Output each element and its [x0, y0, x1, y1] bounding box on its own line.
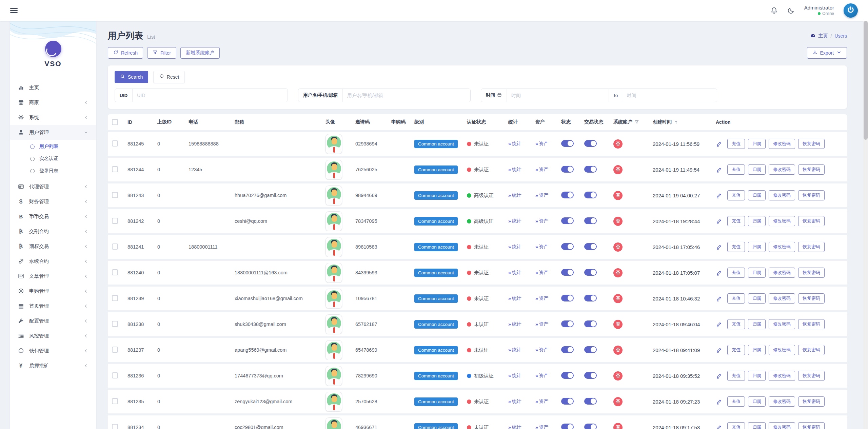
change-password-button[interactable]: 修改密码 [769, 319, 795, 329]
stats-link[interactable]: »统计 [508, 424, 521, 429]
arrow-up-icon[interactable] [674, 120, 678, 124]
recharge-button[interactable]: 充值 [727, 345, 745, 355]
edit-pencil-icon[interactable] [716, 218, 722, 225]
edit-pencil-icon[interactable] [716, 244, 722, 250]
recharge-button[interactable]: 充值 [727, 319, 745, 329]
edit-pencil-icon[interactable] [716, 270, 722, 276]
assets-link[interactable]: »资产 [535, 424, 549, 429]
stats-link[interactable]: »统计 [508, 141, 521, 147]
edit-pencil-icon[interactable] [716, 424, 722, 429]
restore-password-button[interactable]: 恢复密码 [798, 396, 825, 407]
hamburger-menu-icon[interactable] [10, 8, 18, 13]
ownership-button[interactable]: 归属 [748, 139, 766, 149]
username-phone-email-input[interactable] [343, 89, 470, 102]
edit-pencil-icon[interactable] [716, 398, 722, 405]
ownership-button[interactable]: 归属 [748, 396, 766, 407]
status-toggle[interactable] [561, 166, 574, 173]
ownership-button[interactable]: 归属 [748, 164, 766, 175]
restore-password-button[interactable]: 恢复密码 [798, 345, 825, 355]
sidebar-item[interactable]: 文章管理 [10, 269, 96, 284]
assets-link[interactable]: »资产 [535, 321, 549, 327]
status-toggle[interactable] [561, 217, 574, 224]
sidebar-item[interactable]: 用户管理 [10, 125, 96, 140]
user-avatar[interactable] [326, 263, 342, 283]
trade-status-toggle[interactable] [584, 372, 597, 379]
row-checkbox[interactable] [112, 140, 118, 147]
breadcrumb-home-link[interactable]: 主页 [818, 33, 828, 39]
sidebar-item[interactable]: 申购管理 [10, 284, 96, 298]
user-avatar[interactable] [326, 186, 342, 206]
add-system-account-button[interactable]: 新增系统账户 [180, 47, 220, 59]
row-checkbox[interactable] [112, 269, 118, 275]
sidebar-item[interactable]: 风控管理 [10, 328, 96, 343]
edit-pencil-icon[interactable] [716, 321, 722, 328]
row-checkbox[interactable] [112, 347, 118, 353]
trade-status-toggle[interactable] [584, 320, 597, 327]
change-password-button[interactable]: 修改密码 [769, 396, 795, 407]
recharge-button[interactable]: 充值 [727, 216, 745, 226]
trade-status-toggle[interactable] [584, 166, 597, 173]
recharge-button[interactable]: 充值 [727, 242, 745, 252]
row-checkbox[interactable] [112, 398, 118, 404]
page-scrollbar[interactable] [863, 21, 868, 429]
recharge-button[interactable]: 充值 [727, 396, 745, 407]
restore-password-button[interactable]: 恢复密码 [798, 371, 825, 381]
restore-password-button[interactable]: 恢复密码 [798, 190, 825, 200]
stats-link[interactable]: »统计 [508, 270, 521, 276]
restore-password-button[interactable]: 恢复密码 [798, 216, 825, 226]
edit-pencil-icon[interactable] [716, 295, 722, 302]
ownership-button[interactable]: 归属 [748, 345, 766, 355]
change-password-button[interactable]: 修改密码 [769, 422, 795, 429]
recharge-button[interactable]: 充值 [727, 190, 745, 200]
change-password-button[interactable]: 修改密码 [769, 216, 795, 226]
status-toggle[interactable] [561, 140, 574, 147]
sidebar-item[interactable]: 配置管理 [10, 313, 96, 328]
sidebar-item[interactable]: 商家 [10, 95, 96, 110]
sidebar-subitem[interactable]: 用户列表 [10, 140, 96, 153]
sidebar-subitem[interactable]: 登录日志 [10, 165, 96, 177]
ownership-button[interactable]: 归属 [748, 319, 766, 329]
trade-status-toggle[interactable] [584, 269, 597, 276]
stats-link[interactable]: »统计 [508, 192, 521, 198]
assets-link[interactable]: »资产 [535, 398, 549, 405]
assets-link[interactable]: »资产 [535, 167, 549, 173]
stats-link[interactable]: »统计 [508, 373, 521, 379]
status-toggle[interactable] [561, 346, 574, 353]
recharge-button[interactable]: 充值 [727, 293, 745, 304]
trade-status-toggle[interactable] [584, 424, 597, 429]
recharge-button[interactable]: 充值 [727, 139, 745, 149]
change-password-button[interactable]: 修改密码 [769, 190, 795, 200]
change-password-button[interactable]: 修改密码 [769, 139, 795, 149]
row-checkbox[interactable] [112, 372, 118, 378]
status-toggle[interactable] [561, 269, 574, 276]
sidebar-item[interactable]: 钱包管理 [10, 343, 96, 358]
dark-mode-moon-icon[interactable] [787, 7, 795, 14]
user-avatar[interactable] [326, 160, 342, 180]
trade-status-toggle[interactable] [584, 398, 597, 405]
ownership-button[interactable]: 归属 [748, 242, 766, 252]
row-checkbox[interactable] [112, 295, 118, 301]
status-toggle[interactable] [561, 372, 574, 379]
stats-link[interactable]: »统计 [508, 167, 521, 173]
trade-status-toggle[interactable] [584, 243, 597, 250]
reset-button[interactable]: Reset [153, 71, 185, 83]
row-checkbox[interactable] [112, 166, 118, 172]
recharge-button[interactable]: 充值 [727, 268, 745, 278]
restore-password-button[interactable]: 恢复密码 [798, 293, 825, 304]
trade-status-toggle[interactable] [584, 192, 597, 198]
user-avatar-button[interactable] [844, 3, 858, 18]
sidebar-item[interactable]: ¥质押挖矿 [10, 358, 96, 373]
recharge-button[interactable]: 充值 [727, 164, 745, 175]
change-password-button[interactable]: 修改密码 [769, 293, 795, 304]
edit-pencil-icon[interactable] [716, 192, 722, 199]
edit-pencil-icon[interactable] [716, 141, 722, 147]
status-toggle[interactable] [561, 243, 574, 250]
ownership-button[interactable]: 归属 [748, 190, 766, 200]
assets-link[interactable]: »资产 [535, 347, 549, 353]
uid-input[interactable] [133, 89, 288, 102]
funnel-icon[interactable] [634, 120, 639, 124]
edit-pencil-icon[interactable] [716, 347, 722, 353]
ownership-button[interactable]: 归属 [748, 268, 766, 278]
sidebar-item[interactable]: ₿期权交易 [10, 239, 96, 254]
restore-password-button[interactable]: 恢复密码 [798, 164, 825, 175]
